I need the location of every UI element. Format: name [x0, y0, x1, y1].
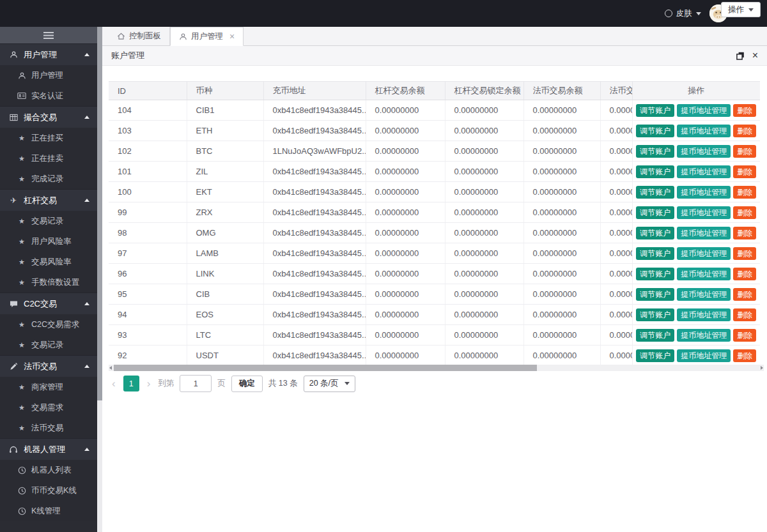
actions-dropdown-button[interactable]: 操作 — [721, 2, 761, 17]
delete-button[interactable]: 删除 — [733, 186, 756, 199]
tab-dashboard[interactable]: 控制面板 — [109, 27, 170, 45]
sidebar-section-6[interactable]: 机器人管理 — [0, 438, 97, 460]
tab-close-icon[interactable]: × — [229, 32, 235, 41]
withdraw-address-button[interactable]: 提币地址管理 — [677, 329, 731, 342]
cell-actions: 调节账户提币地址管理删除 — [632, 121, 760, 141]
sidebar-item[interactable]: 实名认证 — [0, 86, 97, 106]
confirm-button[interactable]: 确定 — [231, 376, 263, 392]
delete-button[interactable]: 删除 — [733, 206, 756, 219]
wrench-icon — [8, 362, 19, 370]
adjust-account-button[interactable]: 调节账户 — [636, 206, 674, 219]
withdraw-address-button[interactable]: 提币地址管理 — [677, 268, 731, 280]
adjust-account-button[interactable]: 调节账户 — [636, 227, 674, 239]
withdraw-address-button[interactable]: 提币地址管理 — [677, 308, 731, 321]
delete-button[interactable]: 删除 — [733, 268, 756, 280]
sidebar-item[interactable]: ★交易需求 — [0, 397, 97, 418]
sidebar-item[interactable]: ★完成记录 — [0, 169, 97, 189]
withdraw-address-button[interactable]: 提币地址管理 — [677, 186, 731, 199]
cell-actions: 调节账户提币地址管理删除 — [632, 141, 760, 162]
adjust-account-button[interactable]: 调节账户 — [636, 268, 674, 280]
withdraw-address-button[interactable]: 提币地址管理 — [677, 145, 731, 158]
adjust-account-button[interactable]: 调节账户 — [636, 308, 674, 321]
horizontal-scrollbar-thumb[interactable] — [114, 365, 537, 371]
delete-button[interactable]: 删除 — [733, 227, 756, 239]
adjust-account-button[interactable]: 调节账户 — [636, 329, 674, 342]
actions-label: 操作 — [728, 4, 744, 15]
sidebar-scrollbar-thumb[interactable] — [97, 27, 102, 400]
sidebar-item[interactable]: ★正在挂买 — [0, 128, 97, 148]
sidebar-item[interactable]: ★交易记录 — [0, 335, 97, 355]
delete-button[interactable]: 删除 — [733, 349, 756, 362]
next-page-button[interactable]: › — [145, 378, 153, 389]
table-row: 95CIB0xb41c8edf1943a38445...0.000000000.… — [109, 284, 760, 305]
cell-lever-balance: 0.00000000 — [366, 100, 445, 121]
adjust-account-button[interactable]: 调节账户 — [636, 145, 674, 158]
restore-window-icon[interactable] — [736, 52, 745, 60]
cell-lever-locked: 0.00000000 — [445, 284, 523, 305]
tab-user-management[interactable]: 用户管理 × — [170, 27, 244, 46]
sidebar-item[interactable]: ★用户风险率 — [0, 231, 97, 252]
chevron-up-icon — [84, 199, 89, 202]
adjust-account-button[interactable]: 调节账户 — [636, 104, 674, 117]
withdraw-address-button[interactable]: 提币地址管理 — [677, 125, 731, 137]
adjust-account-button[interactable]: 调节账户 — [636, 125, 674, 137]
sidebar-item[interactable]: ★正在挂卖 — [0, 148, 97, 169]
delete-button[interactable]: 删除 — [733, 247, 756, 260]
page-size-select[interactable]: 20 条/页 — [304, 376, 355, 392]
sidebar-toggle-button[interactable] — [0, 27, 97, 43]
sidebar-scrollbar[interactable] — [97, 27, 102, 532]
sidebar-item[interactable]: ★交易记录 — [0, 211, 97, 231]
withdraw-address-button[interactable]: 提币地址管理 — [677, 104, 731, 117]
sidebar-item-label: 用户风险率 — [31, 236, 72, 247]
delete-button[interactable]: 删除 — [733, 288, 756, 301]
adjust-account-button[interactable]: 调节账户 — [636, 165, 674, 178]
prev-page-button[interactable]: ‹ — [110, 378, 118, 389]
sidebar-item[interactable]: K线管理 — [0, 501, 97, 521]
cell-fiat-truncated: 0.0000 — [600, 141, 632, 162]
sidebar-item[interactable]: ★手数倍数设置 — [0, 272, 97, 293]
skin-selector[interactable]: 皮肤 — [665, 8, 701, 19]
sidebar-section-2[interactable]: 撮合交易 — [0, 106, 97, 128]
sidebar-item-label: 交易需求 — [31, 402, 63, 413]
sidebar-item[interactable]: 机器人列表 — [0, 460, 97, 480]
delete-button[interactable]: 删除 — [733, 165, 756, 178]
delete-button[interactable]: 删除 — [733, 145, 756, 158]
star-icon: ★ — [17, 425, 27, 432]
cell-coin: LINK — [187, 264, 263, 284]
adjust-account-button[interactable]: 调节账户 — [636, 186, 674, 199]
sidebar-item[interactable]: ★交易风险率 — [0, 252, 97, 272]
sidebar-item[interactable]: 用户管理 — [0, 65, 97, 86]
sidebar-section-3[interactable]: ✈杠杆交易 — [0, 189, 97, 211]
withdraw-address-button[interactable]: 提币地址管理 — [677, 247, 731, 260]
cell-address: 1LNuJoAQ3wAWFbpU2... — [263, 141, 366, 162]
sidebar-section-label: 用户管理 — [24, 49, 57, 61]
withdraw-address-button[interactable]: 提币地址管理 — [677, 227, 731, 239]
sidebar-item[interactable]: 币币交易K线 — [0, 480, 97, 501]
column-header: 法币交易余额 — [523, 82, 600, 100]
goto-page-input[interactable] — [180, 375, 212, 392]
delete-button[interactable]: 删除 — [733, 308, 756, 321]
withdraw-address-button[interactable]: 提币地址管理 — [677, 349, 731, 362]
sidebar-item-label: 实名认证 — [31, 91, 63, 102]
panel-close-icon[interactable]: × — [752, 50, 758, 61]
current-page-button[interactable]: 1 — [123, 376, 139, 391]
withdraw-address-button[interactable]: 提币地址管理 — [677, 206, 731, 219]
scroll-right-arrow-icon[interactable] — [761, 366, 763, 370]
withdraw-address-button[interactable]: 提币地址管理 — [677, 165, 731, 178]
withdraw-address-button[interactable]: 提币地址管理 — [677, 288, 731, 301]
sidebar-item[interactable]: ★商家管理 — [0, 377, 97, 397]
sidebar-item[interactable]: ★法币交易 — [0, 418, 97, 438]
adjust-account-button[interactable]: 调节账户 — [636, 288, 674, 301]
adjust-account-button[interactable]: 调节账户 — [636, 247, 674, 260]
sidebar-section-1[interactable]: 用户管理 — [0, 43, 97, 65]
sidebar-section-4[interactable]: C2C交易 — [0, 293, 97, 314]
sidebar-section-5[interactable]: 法币交易 — [0, 355, 97, 377]
delete-button[interactable]: 删除 — [733, 329, 756, 342]
horizontal-scrollbar[interactable] — [109, 365, 764, 371]
adjust-account-button[interactable]: 调节账户 — [636, 349, 674, 362]
delete-button[interactable]: 删除 — [733, 104, 756, 117]
sidebar-item[interactable]: ★C2C交易需求 — [0, 314, 97, 335]
delete-button[interactable]: 删除 — [733, 125, 756, 137]
sidebar-item-label: K线管理 — [31, 506, 61, 517]
scroll-left-arrow-icon[interactable] — [109, 366, 112, 370]
